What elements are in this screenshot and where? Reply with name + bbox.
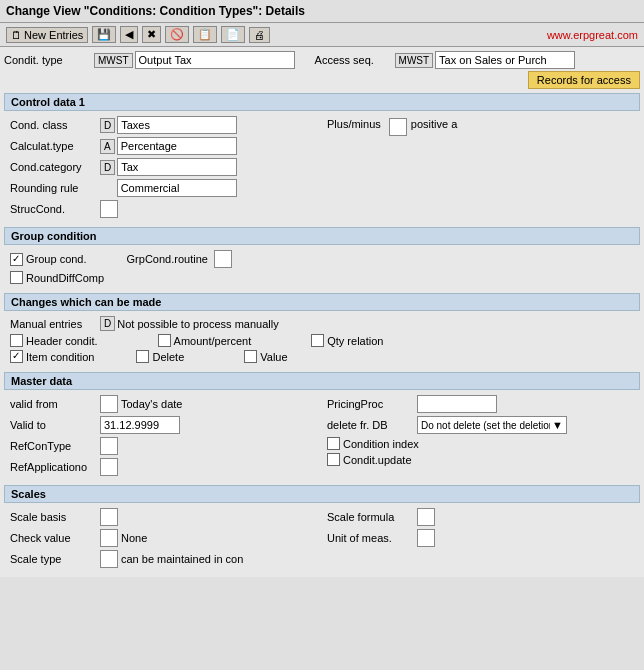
calculat-type-input[interactable] xyxy=(117,137,237,155)
value-label: Value xyxy=(260,351,287,363)
grp-cond-routine-input[interactable] xyxy=(214,250,232,268)
qty-relation-checkbox[interactable] xyxy=(311,334,324,347)
dropdown-arrow-icon: ▼ xyxy=(552,419,563,431)
delete-fr-db-value: Do not delete (set the deletion fl... xyxy=(421,420,550,431)
cond-category-input[interactable] xyxy=(117,158,237,176)
header-condit-checkbox[interactable] xyxy=(10,334,23,347)
pricing-proc-input[interactable] xyxy=(417,395,497,413)
condition-index-checkbox[interactable] xyxy=(327,437,340,450)
unit-of-meas-input[interactable] xyxy=(417,529,435,547)
control-data-1-content: Cond. class D Calculat.type A Cond.categ… xyxy=(4,114,640,223)
scales-right: Scale formula Unit of meas. xyxy=(317,508,634,571)
check-value-row: Check value None xyxy=(10,529,317,547)
master-left: valid from Today's date Valid to RefConT… xyxy=(10,395,317,479)
paste-button[interactable]: 📄 xyxy=(221,26,245,43)
calculat-type-label: Calculat.type xyxy=(10,140,100,152)
cond-class-input[interactable] xyxy=(117,116,237,134)
master-data-fields: valid from Today's date Valid to RefConT… xyxy=(10,395,634,479)
condit-update-row: Condit.update xyxy=(327,453,634,466)
plus-minus-input[interactable] xyxy=(389,118,407,136)
records-for-access-button[interactable]: Records for access xyxy=(528,71,640,89)
ref-con-type-label: RefConType xyxy=(10,440,100,452)
rounding-rule-input[interactable] xyxy=(117,179,237,197)
save-button[interactable]: 💾 xyxy=(92,26,116,43)
valid-to-input[interactable] xyxy=(100,416,180,434)
toolbar: 🗒 New Entries 💾 ◀ ✖ 🚫 📋 📄 🖨 www.erpgreat… xyxy=(0,23,644,47)
cancel-icon: 🚫 xyxy=(170,28,184,41)
changes-label: Changes which can be made xyxy=(11,296,161,308)
qty-relation-label: Qty relation xyxy=(327,335,383,347)
valid-from-row: valid from Today's date xyxy=(10,395,317,413)
records-for-access-label: Records for access xyxy=(537,74,631,86)
access-seq-label: Access seq. xyxy=(315,54,395,66)
value-checkbox[interactable] xyxy=(244,350,257,363)
cond-class-badge: D xyxy=(100,118,115,133)
cancel-button[interactable]: 🚫 xyxy=(165,26,189,43)
ref-applicatio-row: RefApplicationo xyxy=(10,458,317,476)
ref-applicatio-label: RefApplicationo xyxy=(10,461,100,473)
struc-cond-label: StrucCond. xyxy=(10,203,100,215)
amount-percent-checkbox[interactable] xyxy=(158,334,171,347)
condit-type-section: Condit. type MWST Access seq. MWST xyxy=(4,51,640,69)
condition-index-row: Condition index xyxy=(327,437,634,450)
pricing-proc-label: PricingProc xyxy=(327,398,417,410)
round-diff-comp-row: RoundDiffComp xyxy=(10,271,634,284)
scale-type-label: Scale type xyxy=(10,553,100,565)
new-entries-button[interactable]: 🗒 New Entries xyxy=(6,27,88,43)
unit-of-meas-label: Unit of meas. xyxy=(327,532,417,544)
main-content: Condit. type MWST Access seq. MWST Recor… xyxy=(0,47,644,577)
group-cond-row: Group cond. GrpCond.routine xyxy=(10,250,634,268)
condit-update-checkbox[interactable] xyxy=(327,453,340,466)
master-data-content: valid from Today's date Valid to RefConT… xyxy=(4,393,640,481)
delete-fr-db-dropdown[interactable]: Do not delete (set the deletion fl... ▼ xyxy=(417,416,567,434)
manual-entries-value: Not possible to process manually xyxy=(117,318,278,330)
title-bar: Change View "Conditions: Condition Types… xyxy=(0,0,644,23)
changes-header: Changes which can be made xyxy=(4,293,640,311)
check-value-badge-input[interactable] xyxy=(100,529,118,547)
scales-label: Scales xyxy=(11,488,46,500)
condit-type-input[interactable] xyxy=(135,51,295,69)
cond-class-plus-minus-row: Cond. class D Calculat.type A Cond.categ… xyxy=(10,116,634,221)
struc-cond-input[interactable] xyxy=(100,200,118,218)
exit-icon: ✖ xyxy=(147,28,156,41)
valid-from-badge-input[interactable] xyxy=(100,395,118,413)
save-icon: 💾 xyxy=(97,28,111,41)
ref-applicatio-input[interactable] xyxy=(100,458,118,476)
paste-icon: 📄 xyxy=(226,28,240,41)
scale-type-badge-input[interactable] xyxy=(100,550,118,568)
amount-percent-label: Amount/percent xyxy=(174,335,252,347)
print-button[interactable]: 🖨 xyxy=(249,27,270,43)
unit-of-meas-row: Unit of meas. xyxy=(327,529,634,547)
group-cond-checkbox[interactable] xyxy=(10,253,23,266)
copy-icon: 📋 xyxy=(198,28,212,41)
ref-con-type-input[interactable] xyxy=(100,437,118,455)
checkbox-row-2: Item condition Delete Value xyxy=(10,350,634,363)
page-title: Change View "Conditions: Condition Types… xyxy=(6,4,305,18)
scale-basis-row: Scale basis xyxy=(10,508,317,526)
new-entries-label: New Entries xyxy=(24,29,83,41)
rounding-rule-row: Rounding rule X xyxy=(10,179,317,197)
condit-type-badge: MWST xyxy=(94,53,133,68)
manual-entries-badge: D xyxy=(100,316,115,331)
scale-basis-input[interactable] xyxy=(100,508,118,526)
group-condition-header: Group condition xyxy=(4,227,640,245)
exit-button[interactable]: ✖ xyxy=(142,26,161,43)
group-condition-label: Group condition xyxy=(11,230,97,242)
copy-button[interactable]: 📋 xyxy=(193,26,217,43)
scale-basis-label: Scale basis xyxy=(10,511,100,523)
changes-content: Manual entries D Not possible to process… xyxy=(4,314,640,368)
plus-minus-value: positive a xyxy=(411,118,457,130)
delete-checkbox[interactable] xyxy=(136,350,149,363)
manual-entries-label: Manual entries xyxy=(10,318,100,330)
watermark: www.erpgreat.com xyxy=(547,29,638,41)
round-diff-comp-label: RoundDiffComp xyxy=(26,272,104,284)
back-button[interactable]: ◀ xyxy=(120,26,138,43)
scale-formula-input[interactable] xyxy=(417,508,435,526)
grp-cond-routine-label: GrpCond.routine xyxy=(127,253,208,265)
access-seq-input[interactable] xyxy=(435,51,575,69)
item-condition-checkbox[interactable] xyxy=(10,350,23,363)
ref-con-type-row: RefConType xyxy=(10,437,317,455)
new-entries-icon: 🗒 xyxy=(11,29,22,41)
control-data-1-label: Control data 1 xyxy=(11,96,85,108)
round-diff-comp-checkbox[interactable] xyxy=(10,271,23,284)
